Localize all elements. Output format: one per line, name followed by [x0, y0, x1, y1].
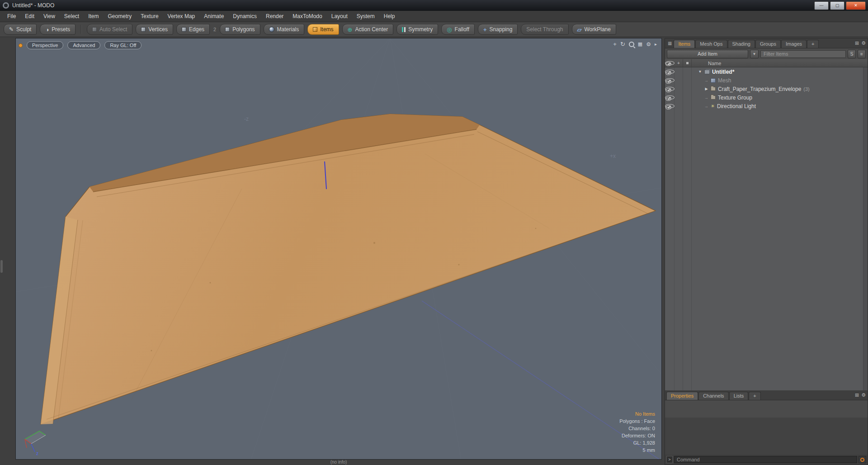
minimize-button[interactable]: —: [814, 1, 829, 10]
tab-images[interactable]: Images: [781, 40, 807, 48]
edges-mode-button[interactable]: Edges: [176, 24, 210, 35]
tab-shading[interactable]: Shading: [728, 40, 755, 48]
rotate-tool-icon[interactable]: ↻: [620, 41, 625, 47]
menu-edit[interactable]: Edit: [20, 11, 39, 22]
perspective-selector[interactable]: Perspective: [27, 41, 63, 49]
add-column-icon[interactable]: +: [675, 59, 683, 67]
snapping-button[interactable]: + Snapping: [478, 24, 518, 35]
eye-icon[interactable]: [665, 95, 675, 100]
panel-grid-icon[interactable]: ▦: [668, 41, 672, 46]
visibility-column-eye-icon[interactable]: [665, 61, 675, 65]
panel-gear-icon[interactable]: ⚙: [861, 40, 866, 46]
menu-dynamics[interactable]: Dynamics: [228, 11, 261, 22]
maximize-button[interactable]: ▢: [830, 1, 844, 10]
tab-lists[interactable]: Lists: [729, 392, 749, 400]
eye-icon[interactable]: [665, 78, 675, 82]
left-splitter-handle[interactable]: [0, 260, 3, 273]
main-toolbar: ✎ Sculpt ◑ Presets Auto Select Vertices …: [0, 22, 868, 37]
bottom-layout-icon[interactable]: ⊞: [855, 392, 859, 398]
add-item-button[interactable]: Add Item: [667, 50, 748, 58]
toolbar-separator: [81, 25, 81, 34]
tab-items[interactable]: Items: [674, 40, 695, 48]
menu-vertex-map[interactable]: Vertex Map: [163, 11, 200, 22]
pan-tool-icon[interactable]: +: [613, 41, 617, 47]
menu-item[interactable]: Item: [84, 11, 103, 22]
menu-geometry[interactable]: Geometry: [104, 11, 137, 22]
menu-view[interactable]: View: [39, 11, 60, 22]
tab-properties[interactable]: Properties: [666, 392, 698, 400]
items-cube-icon: [313, 27, 317, 32]
polygons-mode-button[interactable]: Polygons: [220, 24, 260, 35]
menu-help[interactable]: Help: [379, 11, 400, 22]
viewport-settings-gear-icon[interactable]: ⚙: [646, 41, 651, 47]
menu-file[interactable]: File: [3, 11, 20, 22]
vertices-mode-button[interactable]: Vertices: [136, 24, 173, 35]
tree-row-envelope[interactable]: ▶ Craft_Paper_Trapezium_Envelope (3): [665, 85, 868, 93]
shading-mode-selector[interactable]: Advanced: [67, 41, 100, 49]
tree-vertical-scrollbar[interactable]: [863, 67, 868, 419]
3d-viewport[interactable]: -z +x: [15, 38, 662, 460]
expander-closed-icon[interactable]: ▶: [704, 87, 708, 91]
record-button[interactable]: [859, 456, 866, 463]
command-input[interactable]: [674, 456, 857, 463]
texture-group-icon: [711, 95, 716, 100]
zoom-tool-icon[interactable]: [629, 42, 634, 47]
search-scope-button[interactable]: S: [848, 50, 856, 58]
menu-system[interactable]: System: [352, 11, 379, 22]
menu-select[interactable]: Select: [60, 11, 84, 22]
edges-shortcut-hint: 2: [213, 27, 216, 32]
eye-icon[interactable]: [665, 70, 675, 74]
tab-add[interactable]: +: [807, 40, 819, 48]
menu-layout[interactable]: Layout: [327, 11, 352, 22]
menu-texture[interactable]: Texture: [136, 11, 163, 22]
add-item-dropdown-icon[interactable]: ▼: [750, 50, 759, 58]
menu-render[interactable]: Render: [261, 11, 288, 22]
lock-column-icon[interactable]: [683, 59, 692, 67]
menu-animate[interactable]: Animate: [199, 11, 228, 22]
directional-light-icon: ☀: [711, 104, 715, 109]
falloff-button[interactable]: ◎ Falloff: [441, 24, 475, 35]
tree-column-header: + Name: [665, 59, 868, 67]
axis-label-posx: +x: [610, 153, 616, 159]
eye-icon[interactable]: [665, 104, 675, 108]
viewport-menu-dot-icon[interactable]: [19, 43, 23, 47]
materials-mode-button[interactable]: Materials: [264, 24, 305, 35]
command-prompt-icon[interactable]: >: [666, 456, 673, 463]
eye-icon[interactable]: [665, 87, 675, 91]
tree-row-scene[interactable]: ▼ Untitled*: [665, 67, 868, 76]
selection-status: No Items: [619, 410, 655, 418]
tree-row-mesh[interactable]: → Mesh: [665, 76, 868, 85]
envelope-object[interactable]: [41, 114, 656, 424]
brush-icon: ✎: [9, 27, 14, 32]
tab-channels[interactable]: Channels: [698, 392, 728, 400]
auto-select-button[interactable]: Auto Select: [87, 24, 132, 35]
presets-button[interactable]: ◑ Presets: [40, 24, 75, 35]
workplane-button[interactable]: ▱ WorkPlane: [572, 24, 616, 35]
tree-row-texture-group[interactable]: → Texture Group: [665, 93, 868, 102]
filter-options-button[interactable]: ≡: [858, 50, 866, 58]
filter-items-input[interactable]: [760, 50, 846, 58]
scene-icon: [704, 70, 710, 74]
menu-bar: File Edit View Select Item Geometry Text…: [0, 11, 868, 22]
tab-add-bottom[interactable]: +: [749, 392, 760, 400]
presets-icon: ◑: [45, 27, 49, 33]
name-column-header[interactable]: Name: [692, 61, 721, 66]
layout-grid-icon[interactable]: ▦: [638, 41, 642, 47]
action-center-button[interactable]: ⊕ Action Center: [342, 24, 394, 35]
items-mode-button[interactable]: Items: [307, 24, 339, 35]
bottom-gear-icon[interactable]: ⚙: [861, 392, 866, 398]
expander-open-icon[interactable]: ▼: [698, 70, 702, 74]
tree-row-directional-light[interactable]: → ☀ Directional Light: [665, 102, 868, 110]
tab-groups[interactable]: Groups: [755, 40, 781, 48]
viewport-canvas: -z +x: [16, 38, 662, 460]
viewport-expand-icon[interactable]: ▸: [655, 42, 657, 47]
tab-mesh-ops[interactable]: Mesh Ops: [695, 40, 727, 48]
select-through-button[interactable]: Select Through: [521, 24, 568, 35]
sculpt-button[interactable]: ✎ Sculpt: [4, 24, 37, 35]
symmetry-button[interactable]: Symmetry: [396, 24, 438, 35]
raygl-toggle[interactable]: Ray GL: Off: [104, 41, 142, 49]
close-button[interactable]: ✕: [846, 1, 866, 10]
panel-layout-icon[interactable]: ⊞: [855, 40, 859, 46]
bottom-tab-bar: Properties Channels Lists + ⊞ ⚙: [665, 390, 868, 400]
menu-maxtomodo[interactable]: MaxToModo: [288, 11, 326, 22]
